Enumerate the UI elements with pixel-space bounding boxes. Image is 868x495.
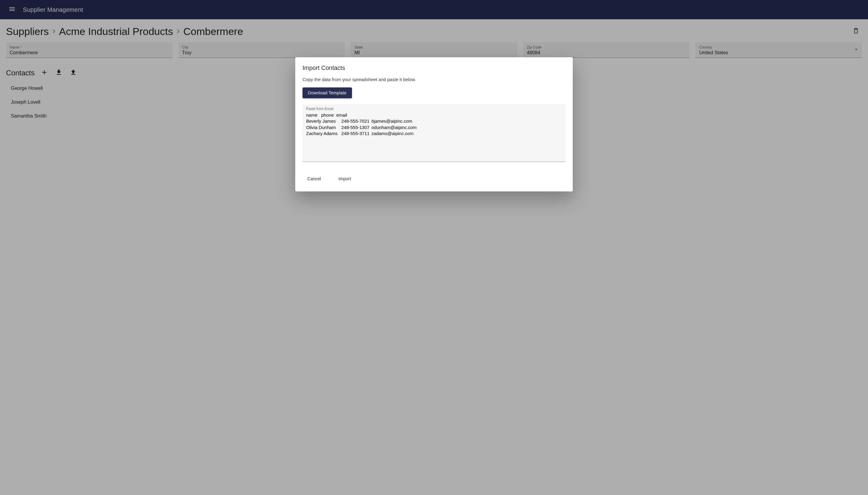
paste-label: Paste from Excel — [306, 107, 562, 111]
paste-textarea[interactable] — [306, 112, 562, 157]
download-template-button[interactable]: Download Template — [302, 87, 352, 98]
dialog-title: Import Contacts — [302, 65, 566, 71]
dialog-actions: Cancel Import — [302, 173, 566, 184]
import-button[interactable]: Import — [335, 173, 354, 184]
dialog-instruction: Copy the data from your spreadsheet and … — [302, 77, 566, 82]
import-contacts-dialog: Import Contacts Copy the data from your … — [295, 57, 573, 191]
paste-field-wrapper[interactable]: Paste from Excel — [302, 104, 566, 162]
cancel-button[interactable]: Cancel — [304, 173, 324, 184]
